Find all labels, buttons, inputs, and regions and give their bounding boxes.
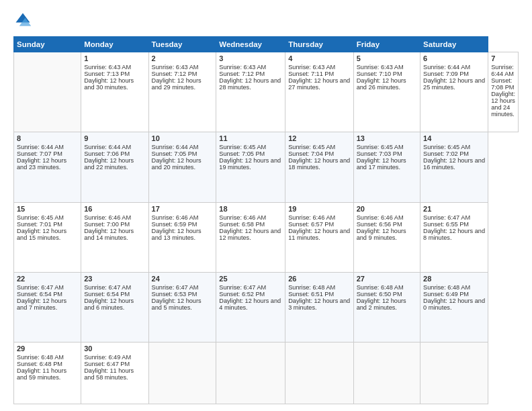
table-cell: 26Sunrise: 6:48 AMSunset: 6:51 PMDayligh… (285, 272, 353, 342)
sunrise-label: Sunrise: 6:48 AM (357, 284, 404, 291)
daylight-label: Daylight: 12 hours and 23 minutes. (17, 157, 66, 171)
logo (13, 11, 35, 30)
sunset-label: Sunset: 7:09 PM (423, 71, 469, 77)
page: Sunday Monday Tuesday Wednesday Thursday… (0, 0, 532, 411)
day-number: 28 (423, 275, 485, 283)
calendar: Sunday Monday Tuesday Wednesday Thursday… (13, 36, 519, 404)
daylight-label: Daylight: 12 hours and 25 minutes. (423, 77, 485, 91)
sunrise-label: Sunrise: 6:44 AM (152, 144, 199, 150)
sunrise-label: Sunrise: 6:45 AM (219, 144, 266, 150)
day-number: 19 (288, 205, 350, 213)
sunset-label: Sunset: 6:59 PM (152, 221, 197, 228)
daylight-label: Daylight: 12 hours and 3 minutes. (288, 298, 350, 311)
day-number: 17 (152, 205, 214, 213)
day-number: 16 (84, 205, 145, 213)
sunrise-label: Sunrise: 6:43 AM (288, 64, 335, 71)
sunrise-label: Sunrise: 6:46 AM (219, 214, 266, 221)
table-cell: 29Sunrise: 6:48 AMSunset: 6:48 PMDayligh… (14, 342, 81, 404)
daylight-label: Daylight: 12 hours and 28 minutes. (219, 77, 281, 91)
day-number: 11 (219, 134, 282, 142)
sunset-label: Sunset: 7:03 PM (357, 150, 402, 157)
sunset-label: Sunset: 7:01 PM (17, 221, 62, 228)
table-cell (420, 342, 488, 404)
sunset-label: Sunset: 7:13 PM (84, 71, 130, 77)
table-cell: 28Sunrise: 6:48 AMSunset: 6:49 PMDayligh… (420, 272, 488, 342)
sunset-label: Sunset: 7:05 PM (219, 150, 265, 157)
daylight-label: Daylight: 11 hours and 58 minutes. (84, 367, 134, 381)
sunrise-label: Sunrise: 6:46 AM (357, 214, 404, 221)
daylight-label: Daylight: 12 hours and 30 minutes. (84, 77, 134, 91)
day-number: 10 (152, 134, 214, 142)
day-number: 18 (219, 205, 282, 213)
sunset-label: Sunset: 7:12 PM (152, 71, 197, 77)
day-number: 24 (152, 275, 214, 283)
day-number: 26 (288, 275, 350, 283)
sunset-label: Sunset: 6:49 PM (423, 291, 469, 298)
sunset-label: Sunset: 6:57 PM (288, 221, 334, 228)
sunset-label: Sunset: 6:51 PM (288, 291, 334, 298)
day-number: 5 (357, 54, 417, 62)
table-cell: 14Sunrise: 6:45 AMSunset: 7:02 PMDayligh… (420, 132, 488, 202)
sunrise-label: Sunrise: 6:48 AM (423, 284, 470, 291)
daylight-label: Daylight: 12 hours and 17 minutes. (357, 157, 406, 171)
day-number: 4 (288, 54, 350, 62)
daylight-label: Daylight: 12 hours and 24 minutes. (491, 91, 515, 118)
col-monday: Monday (81, 37, 148, 52)
daylight-label: Daylight: 12 hours and 11 minutes. (288, 228, 350, 241)
daylight-label: Daylight: 12 hours and 14 minutes. (84, 228, 134, 241)
sunset-label: Sunset: 6:53 PM (152, 291, 197, 298)
sunset-label: Sunset: 6:48 PM (17, 361, 62, 367)
daylight-label: Daylight: 12 hours and 29 minutes. (152, 77, 202, 91)
daylight-label: Daylight: 12 hours and 8 minutes. (423, 228, 485, 241)
table-cell: 16Sunrise: 6:46 AMSunset: 7:00 PMDayligh… (81, 202, 148, 272)
sunset-label: Sunset: 7:06 PM (84, 150, 130, 157)
daylight-label: Daylight: 12 hours and 2 minutes. (357, 298, 406, 311)
sunrise-label: Sunrise: 6:49 AM (84, 354, 131, 361)
sunset-label: Sunset: 7:12 PM (219, 71, 265, 77)
daylight-label: Daylight: 12 hours and 4 minutes. (219, 298, 281, 311)
sunrise-label: Sunrise: 6:47 AM (219, 284, 266, 291)
table-cell: 20Sunrise: 6:46 AMSunset: 6:56 PMDayligh… (353, 202, 420, 272)
table-cell (14, 52, 81, 132)
sunrise-label: Sunrise: 6:43 AM (219, 64, 266, 71)
sunrise-label: Sunrise: 6:45 AM (288, 144, 335, 150)
sunset-label: Sunset: 6:50 PM (357, 291, 402, 298)
daylight-label: Daylight: 12 hours and 20 minutes. (152, 157, 202, 171)
daylight-label: Daylight: 12 hours and 16 minutes. (423, 157, 485, 171)
sunrise-label: Sunrise: 6:44 AM (84, 144, 131, 150)
daylight-label: Daylight: 12 hours and 22 minutes. (84, 157, 134, 171)
table-cell: 17Sunrise: 6:46 AMSunset: 6:59 PMDayligh… (148, 202, 216, 272)
day-number: 25 (219, 275, 282, 283)
daylight-label: Daylight: 12 hours and 5 minutes. (152, 298, 202, 311)
table-cell (353, 342, 420, 404)
sunset-label: Sunset: 7:00 PM (84, 221, 130, 228)
table-cell: 19Sunrise: 6:46 AMSunset: 6:57 PMDayligh… (285, 202, 353, 272)
sunrise-label: Sunrise: 6:45 AM (17, 214, 64, 221)
sunrise-label: Sunrise: 6:44 AM (423, 64, 470, 71)
day-number: 15 (17, 205, 78, 213)
table-cell (216, 342, 285, 404)
header (13, 11, 519, 30)
sunrise-label: Sunrise: 6:46 AM (288, 214, 335, 221)
sunset-label: Sunset: 6:52 PM (219, 291, 265, 298)
sunrise-label: Sunrise: 6:45 AM (357, 144, 404, 150)
sunset-label: Sunset: 7:08 PM (491, 77, 514, 91)
table-cell: 1Sunrise: 6:43 AMSunset: 7:13 PMDaylight… (81, 52, 148, 132)
daylight-label: Daylight: 12 hours and 7 minutes. (17, 298, 66, 311)
daylight-label: Daylight: 12 hours and 6 minutes. (84, 298, 134, 311)
table-cell: 5Sunrise: 6:43 AMSunset: 7:10 PMDaylight… (353, 52, 420, 132)
table-cell: 22Sunrise: 6:47 AMSunset: 6:54 PMDayligh… (14, 272, 81, 342)
sunset-label: Sunset: 7:07 PM (17, 150, 62, 157)
sunrise-label: Sunrise: 6:48 AM (288, 284, 335, 291)
daylight-label: Daylight: 12 hours and 27 minutes. (288, 77, 350, 91)
day-number: 9 (84, 134, 145, 142)
col-tuesday: Tuesday (148, 37, 216, 52)
table-cell (285, 342, 353, 404)
daylight-label: Daylight: 11 hours and 59 minutes. (17, 367, 66, 381)
table-cell: 3Sunrise: 6:43 AMSunset: 7:12 PMDaylight… (216, 52, 285, 132)
logo-icon (13, 11, 32, 30)
daylight-label: Daylight: 12 hours and 12 minutes. (219, 228, 281, 241)
day-number: 27 (357, 275, 417, 283)
day-number: 21 (423, 205, 485, 213)
col-sunday: Sunday (14, 37, 81, 52)
